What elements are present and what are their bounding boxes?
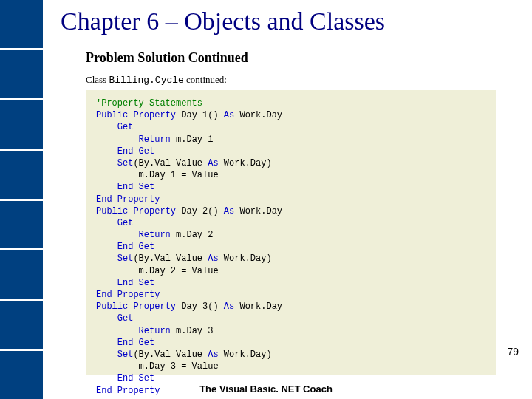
kw: As [224, 110, 234, 120]
kw: End Set [96, 278, 154, 288]
sidebar-block [0, 201, 43, 251]
page-number: 79 [507, 346, 519, 358]
kw: As [208, 158, 218, 168]
tx: m.Day 2 = Value [96, 266, 219, 276]
kw: End Get [96, 338, 154, 348]
sidebar-block [0, 0, 43, 50]
tx: m.Day 2 [171, 230, 214, 240]
classline-code: Billing.Cycle [109, 75, 183, 86]
sidebar [0, 0, 43, 399]
kw: Property [128, 206, 176, 216]
tx: m.Day 3 = Value [96, 361, 219, 372]
tx: Day 1() [176, 110, 224, 120]
kw: Return [96, 326, 171, 336]
tx: Work.Day [234, 301, 282, 312]
tx: Work.Day) [219, 253, 272, 264]
kw: As [208, 349, 218, 360]
kw: Set [96, 158, 133, 168]
tx: Day 3() [176, 301, 224, 312]
kw: End Set [96, 373, 154, 383]
code-box: 'Property Statements Public Property Day… [86, 90, 496, 375]
sidebar-block [0, 50, 43, 100]
tx: (By.Val Value [133, 349, 208, 360]
kw: Return [96, 134, 171, 145]
kw: Get [96, 122, 133, 132]
classline-suffix: continued: [184, 74, 227, 85]
kw: As [224, 301, 234, 312]
subtitle: Problem Solution Continued [86, 50, 248, 66]
sidebar-block [0, 151, 43, 201]
code-comment: 'Property Statements [96, 98, 202, 109]
kw: Get [96, 313, 133, 324]
tx: Work.Day) [219, 158, 272, 168]
kw: Property [128, 301, 176, 312]
tx: Work.Day [234, 206, 282, 216]
kw: Public [96, 206, 128, 216]
footer-text: The Visual Basic. NET Coach [0, 383, 532, 395]
kw: End Set [96, 182, 154, 192]
kw: End Get [96, 242, 154, 252]
kw: Return [96, 230, 171, 240]
tx: (By.Val Value [133, 158, 208, 168]
kw: End Property [96, 290, 160, 300]
tx: m.Day 3 [171, 326, 214, 336]
kw: Get [96, 218, 133, 228]
sidebar-block [0, 301, 43, 351]
kw: End Property [96, 194, 160, 205]
tx: Work.Day) [219, 349, 272, 360]
sidebar-block [0, 100, 43, 151]
tx: Work.Day [234, 110, 282, 120]
kw: As [224, 206, 234, 216]
tx: Day 2() [176, 206, 224, 216]
kw: Set [96, 253, 133, 264]
classline-prefix: Class [86, 74, 109, 85]
kw: Public [96, 110, 128, 120]
tx: (By.Val Value [133, 253, 208, 264]
kw: Set [96, 349, 133, 360]
kw: Property [128, 110, 176, 120]
class-line: Class Billing.Cycle continued: [86, 74, 227, 86]
sidebar-block [0, 250, 43, 301]
tx: m.Day 1 [171, 134, 214, 145]
kw: As [208, 253, 218, 264]
kw: Public [96, 301, 128, 312]
tx: m.Day 1 = Value [96, 170, 219, 180]
kw: End Get [96, 146, 154, 157]
chapter-title: Chapter 6 – Objects and Classes [61, 7, 385, 35]
